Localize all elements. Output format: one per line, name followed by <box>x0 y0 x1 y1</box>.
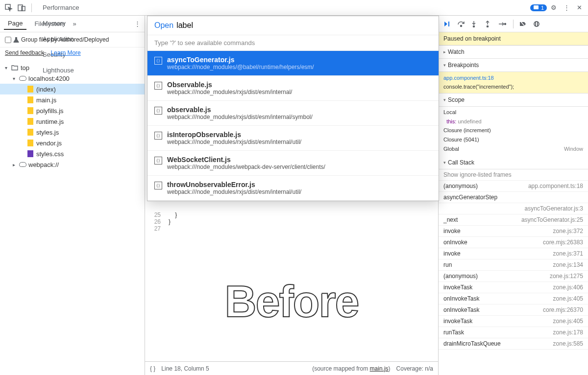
stack-frame[interactable]: onInvokeTaskcore.mjs:26370 <box>439 305 588 316</box>
pause-exceptions-icon[interactable] <box>533 21 542 27</box>
main-tab-performance[interactable]: Performance <box>36 0 86 16</box>
tree-item[interactable]: ▾top <box>0 62 145 73</box>
device-toggle-icon[interactable] <box>16 2 27 14</box>
palette-results[interactable]: ⟨⟩asyncToGenerator.jswebpack:///node_mod… <box>147 51 439 201</box>
scope-closure[interactable]: Closure (increment) <box>443 126 583 135</box>
scope-body: Local this: undefined Closure (increment… <box>439 107 588 156</box>
tree-label: styles.js <box>36 129 59 136</box>
stack-frame[interactable]: invokeTaskzone.js:406 <box>439 282 588 293</box>
group-files-input[interactable] <box>5 37 11 43</box>
file-tree[interactable]: ▾top▾localhost:4200(index)main.jspolyfil… <box>0 60 145 172</box>
palette-search[interactable]: Open <box>147 16 439 35</box>
stack-frame[interactable]: runzone.js:134 <box>439 259 588 271</box>
palette-item-name: WebSocketClient.js <box>167 156 325 164</box>
palette-item[interactable]: ⟨⟩WebSocketClient.jswebpack:///node_modu… <box>147 151 439 176</box>
file-icon: ⟨⟩ <box>154 182 162 189</box>
page-tab[interactable]: Page <box>4 18 26 30</box>
palette-item[interactable]: ⟨⟩asyncToGenerator.jswebpack:///node_mod… <box>147 51 439 76</box>
stack-frame[interactable]: invokezone.js:372 <box>439 226 588 237</box>
line-number[interactable]: 25 <box>145 211 165 218</box>
tree-item[interactable]: (index) <box>0 84 145 94</box>
settings-icon[interactable]: ⚙ <box>548 2 560 14</box>
stack-frame[interactable]: _nextasyncToGenerator.js:25 <box>439 214 588 226</box>
scope-local[interactable]: Local <box>443 108 583 117</box>
inspect-icon[interactable] <box>3 2 15 14</box>
step-over-icon[interactable] <box>457 21 466 27</box>
line-number[interactable]: 26 <box>145 218 165 225</box>
beaker-icon <box>13 37 19 43</box>
palette-item[interactable]: ⟨⟩isInteropObservable.jswebpack:///node_… <box>147 126 439 151</box>
stack-frame[interactable]: drainMicroTaskQueuezone.js:585 <box>439 338 588 350</box>
step-icon[interactable] <box>498 21 507 27</box>
breakpoint-item[interactable]: app.component.ts:18 console.trace("incre… <box>439 72 588 94</box>
stack-fn: (anonymous) <box>443 183 478 189</box>
scope-closure[interactable]: Closure (5041) <box>443 135 583 144</box>
debugger-toolbar <box>439 16 588 32</box>
filesystem-tab[interactable]: Filesystem <box>30 18 69 29</box>
tree-item[interactable]: ▸webpack:// <box>0 159 145 170</box>
palette-item-path: webpack:///node_modules/webpack-dev-serv… <box>167 164 325 170</box>
step-into-icon[interactable] <box>471 21 480 27</box>
code-text: } <box>165 218 171 225</box>
palette-item-path: webpack:///node_modules/rxjs/dist/esm/in… <box>167 139 301 145</box>
ignore-listed-toggle[interactable]: Show ignore-listed frames <box>439 169 588 181</box>
navigator-menu-icon[interactable]: ⋮ <box>134 20 141 27</box>
stack-loc: app.component.ts:18 <box>528 183 583 189</box>
stack-frame[interactable]: (anonymous)app.component.ts:18 <box>439 181 588 192</box>
kebab-menu-icon[interactable]: ⋮ <box>561 2 572 14</box>
stack-frame[interactable]: (anonymous)zone.js:1275 <box>439 271 588 282</box>
stack-loc: asyncToGenerator.js:25 <box>521 216 583 223</box>
step-out-icon[interactable] <box>485 21 493 27</box>
file-js-icon <box>26 107 34 115</box>
stack-frame[interactable]: invokeTaskzone.js:405 <box>439 316 588 327</box>
tree-item[interactable]: styles.css <box>0 148 145 159</box>
learn-more-link[interactable]: Learn More <box>50 49 80 56</box>
tree-item[interactable]: vendor.js <box>0 138 145 148</box>
paused-banner: Paused on breakpoint <box>439 32 588 46</box>
issues-badge[interactable]: 1 <box>530 4 547 11</box>
stack-loc: zone.js:405 <box>553 295 583 302</box>
cloud-icon <box>19 74 26 82</box>
deactivate-breakpoints-icon[interactable] <box>519 21 528 27</box>
stack-fn: invokeTask <box>443 284 472 291</box>
scope-section[interactable]: Scope <box>439 94 588 107</box>
palette-input[interactable] <box>176 21 432 30</box>
stack-frame[interactable]: runTaskzone.js:178 <box>439 327 588 338</box>
file-js-icon <box>26 117 34 125</box>
call-stack-section[interactable]: Call Stack <box>439 156 588 169</box>
breakpoints-section[interactable]: Breakpoints <box>439 59 588 72</box>
palette-item[interactable]: ⟨⟩Observable.jswebpack:///node_modules/r… <box>147 76 439 101</box>
svg-rect-3 <box>534 5 539 9</box>
line-number[interactable]: 27 <box>145 225 165 232</box>
palette-item[interactable]: ⟨⟩throwUnobservableError.jswebpack:///no… <box>147 176 439 201</box>
stack-frame[interactable]: invokezone.js:371 <box>439 248 588 259</box>
more-tabs-icon[interactable]: » <box>73 20 76 27</box>
stack-frame[interactable]: onInvokecore.mjs:26383 <box>439 237 588 248</box>
tree-item[interactable]: polyfills.js <box>0 105 145 116</box>
stack-frame[interactable]: asyncGeneratorStep <box>439 192 588 203</box>
palette-item-path: webpack:///node_modules/rxjs/dist/esm/in… <box>167 114 313 120</box>
tree-item[interactable]: ▾localhost:4200 <box>0 73 145 84</box>
file-icon: ⟨⟩ <box>154 157 162 164</box>
palette-item[interactable]: ⟨⟩observable.jswebpack:///node_modules/r… <box>147 101 439 126</box>
close-icon[interactable]: ✕ <box>573 2 585 14</box>
group-files-checkbox[interactable]: Group files by Authored/Deployed <box>5 36 140 43</box>
svg-point-4 <box>461 25 462 26</box>
scope-global[interactable]: Global <box>443 146 459 152</box>
tree-item[interactable]: main.js <box>0 94 145 105</box>
tree-item[interactable]: runtime.js <box>0 116 145 127</box>
stack-frame[interactable]: onInvokeTaskzone.js:405 <box>439 293 588 305</box>
editor-status-bar: { } Line 18, Column 5 (source mapped fro… <box>145 361 438 375</box>
watch-section[interactable]: Watch <box>439 46 588 59</box>
send-feedback-link[interactable]: Send feedback <box>5 49 44 56</box>
separator <box>31 3 32 12</box>
svg-point-5 <box>473 25 475 27</box>
file-js-icon <box>26 139 34 147</box>
resume-icon[interactable] <box>443 21 452 27</box>
pretty-print-icon[interactable]: { } <box>150 365 155 372</box>
tree-item[interactable]: styles.js <box>0 127 145 138</box>
stack-loc: zone.js:1275 <box>550 273 583 280</box>
stack-loc: zone.js:134 <box>553 261 583 268</box>
stack-frame[interactable]: asyncToGenerator.js:3 <box>439 203 588 214</box>
palette-item-path: webpack:///node_modules/rxjs/dist/esm/in… <box>167 89 292 95</box>
